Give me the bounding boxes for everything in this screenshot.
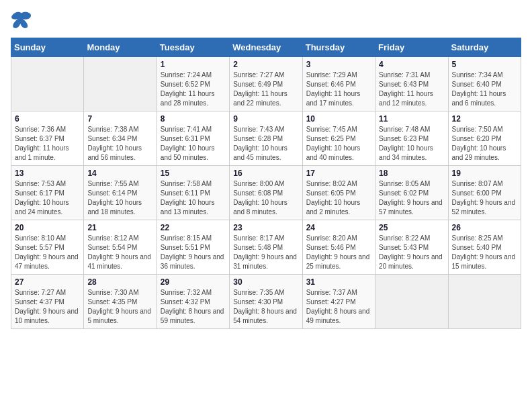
day-header-thursday: Thursday	[302, 38, 375, 57]
calendar-cell: 26Sunrise: 8:25 AM Sunset: 5:40 PM Dayli…	[448, 220, 521, 275]
calendar-cell: 29Sunrise: 7:32 AM Sunset: 4:32 PM Dayli…	[157, 275, 229, 329]
day-info: Sunrise: 7:53 AM Sunset: 6:17 PM Dayligh…	[15, 179, 80, 217]
calendar-cell: 8Sunrise: 7:41 AM Sunset: 6:31 PM Daylig…	[157, 111, 229, 166]
day-header-friday: Friday	[375, 38, 448, 57]
calendar-cell: 10Sunrise: 7:45 AM Sunset: 6:25 PM Dayli…	[302, 111, 375, 166]
day-info: Sunrise: 8:07 AM Sunset: 6:00 PM Dayligh…	[452, 179, 517, 217]
day-header-saturday: Saturday	[448, 38, 521, 57]
calendar-cell: 19Sunrise: 8:07 AM Sunset: 6:00 PM Dayli…	[448, 166, 521, 220]
day-info: Sunrise: 7:48 AM Sunset: 6:23 PM Dayligh…	[379, 125, 444, 163]
logo	[11, 11, 35, 30]
calendar-cell: 17Sunrise: 8:02 AM Sunset: 6:05 PM Dayli…	[302, 166, 375, 220]
day-info: Sunrise: 7:27 AM Sunset: 6:49 PM Dayligh…	[233, 71, 298, 108]
calendar-cell: 6Sunrise: 7:36 AM Sunset: 6:37 PM Daylig…	[11, 111, 84, 166]
day-number: 11	[379, 114, 444, 124]
calendar-cell: 13Sunrise: 7:53 AM Sunset: 6:17 PM Dayli…	[11, 166, 84, 220]
day-number: 31	[306, 277, 371, 287]
day-info: Sunrise: 7:29 AM Sunset: 6:46 PM Dayligh…	[306, 71, 371, 108]
calendar-cell	[375, 275, 448, 329]
day-info: Sunrise: 8:10 AM Sunset: 5:57 PM Dayligh…	[15, 234, 80, 271]
days-of-week-row: SundayMondayTuesdayWednesdayThursdayFrid…	[11, 38, 521, 57]
calendar-cell: 30Sunrise: 7:35 AM Sunset: 4:30 PM Dayli…	[230, 275, 302, 329]
day-header-tuesday: Tuesday	[157, 38, 229, 57]
calendar-cell: 4Sunrise: 7:31 AM Sunset: 6:43 PM Daylig…	[375, 57, 448, 111]
day-info: Sunrise: 7:43 AM Sunset: 6:28 PM Dayligh…	[233, 125, 298, 163]
day-info: Sunrise: 8:20 AM Sunset: 5:46 PM Dayligh…	[306, 234, 371, 271]
page-header	[11, 11, 521, 30]
week-row-3: 13Sunrise: 7:53 AM Sunset: 6:17 PM Dayli…	[11, 166, 521, 220]
day-number: 21	[87, 223, 152, 232]
day-number: 18	[379, 169, 444, 178]
day-info: Sunrise: 8:00 AM Sunset: 6:08 PM Dayligh…	[233, 179, 298, 217]
calendar-cell: 20Sunrise: 8:10 AM Sunset: 5:57 PM Dayli…	[11, 220, 84, 275]
calendar-body: 1Sunrise: 7:24 AM Sunset: 6:52 PM Daylig…	[11, 57, 521, 329]
day-info: Sunrise: 7:30 AM Sunset: 4:35 PM Dayligh…	[87, 288, 152, 326]
calendar-cell: 21Sunrise: 8:12 AM Sunset: 5:54 PM Dayli…	[84, 220, 157, 275]
day-number: 17	[306, 169, 371, 178]
day-number: 25	[379, 223, 444, 232]
day-header-wednesday: Wednesday	[230, 38, 302, 57]
day-number: 29	[161, 277, 226, 287]
day-info: Sunrise: 8:05 AM Sunset: 6:02 PM Dayligh…	[379, 179, 444, 217]
day-number: 20	[15, 223, 80, 232]
calendar-cell: 16Sunrise: 8:00 AM Sunset: 6:08 PM Dayli…	[230, 166, 302, 220]
day-info: Sunrise: 7:37 AM Sunset: 4:27 PM Dayligh…	[306, 288, 371, 326]
day-number: 22	[161, 223, 226, 232]
day-number: 26	[452, 223, 517, 232]
calendar-cell: 28Sunrise: 7:30 AM Sunset: 4:35 PM Dayli…	[84, 275, 157, 329]
day-info: Sunrise: 7:35 AM Sunset: 4:30 PM Dayligh…	[233, 288, 298, 326]
calendar-cell: 1Sunrise: 7:24 AM Sunset: 6:52 PM Daylig…	[157, 57, 229, 111]
day-number: 9	[233, 114, 298, 124]
week-row-4: 20Sunrise: 8:10 AM Sunset: 5:57 PM Dayli…	[11, 220, 521, 275]
calendar-cell: 12Sunrise: 7:50 AM Sunset: 6:20 PM Dayli…	[448, 111, 521, 166]
calendar-table: SundayMondayTuesdayWednesdayThursdayFrid…	[11, 38, 521, 329]
day-info: Sunrise: 7:34 AM Sunset: 6:40 PM Dayligh…	[452, 71, 517, 108]
day-number: 15	[161, 169, 226, 178]
calendar-cell: 9Sunrise: 7:43 AM Sunset: 6:28 PM Daylig…	[230, 111, 302, 166]
day-header-monday: Monday	[84, 38, 157, 57]
day-number: 13	[15, 169, 80, 178]
calendar-cell: 14Sunrise: 7:55 AM Sunset: 6:14 PM Dayli…	[84, 166, 157, 220]
day-info: Sunrise: 8:25 AM Sunset: 5:40 PM Dayligh…	[452, 234, 517, 271]
day-number: 6	[15, 114, 80, 124]
calendar-cell: 31Sunrise: 7:37 AM Sunset: 4:27 PM Dayli…	[302, 275, 375, 329]
day-info: Sunrise: 7:31 AM Sunset: 6:43 PM Dayligh…	[379, 71, 444, 108]
calendar-cell	[11, 57, 84, 111]
day-info: Sunrise: 7:27 AM Sunset: 4:37 PM Dayligh…	[15, 288, 80, 326]
day-number: 8	[161, 114, 226, 124]
day-info: Sunrise: 7:24 AM Sunset: 6:52 PM Dayligh…	[161, 71, 226, 108]
logo-bird-icon	[11, 11, 32, 30]
calendar-cell: 24Sunrise: 8:20 AM Sunset: 5:46 PM Dayli…	[302, 220, 375, 275]
week-row-1: 1Sunrise: 7:24 AM Sunset: 6:52 PM Daylig…	[11, 57, 521, 111]
calendar-cell	[84, 57, 157, 111]
calendar-header: SundayMondayTuesdayWednesdayThursdayFrid…	[11, 38, 521, 57]
day-info: Sunrise: 8:02 AM Sunset: 6:05 PM Dayligh…	[306, 179, 371, 217]
day-number: 2	[233, 60, 298, 69]
calendar-cell: 5Sunrise: 7:34 AM Sunset: 6:40 PM Daylig…	[448, 57, 521, 111]
calendar-cell: 11Sunrise: 7:48 AM Sunset: 6:23 PM Dayli…	[375, 111, 448, 166]
calendar-cell: 27Sunrise: 7:27 AM Sunset: 4:37 PM Dayli…	[11, 275, 84, 329]
day-number: 7	[87, 114, 152, 124]
calendar-cell: 3Sunrise: 7:29 AM Sunset: 6:46 PM Daylig…	[302, 57, 375, 111]
day-info: Sunrise: 7:32 AM Sunset: 4:32 PM Dayligh…	[161, 288, 226, 326]
calendar-cell: 25Sunrise: 8:22 AM Sunset: 5:43 PM Dayli…	[375, 220, 448, 275]
day-number: 12	[452, 114, 517, 124]
day-info: Sunrise: 7:41 AM Sunset: 6:31 PM Dayligh…	[161, 125, 226, 163]
day-info: Sunrise: 7:45 AM Sunset: 6:25 PM Dayligh…	[306, 125, 371, 163]
day-number: 1	[161, 60, 226, 69]
calendar-cell: 18Sunrise: 8:05 AM Sunset: 6:02 PM Dayli…	[375, 166, 448, 220]
day-header-sunday: Sunday	[11, 38, 84, 57]
week-row-2: 6Sunrise: 7:36 AM Sunset: 6:37 PM Daylig…	[11, 111, 521, 166]
calendar-cell: 2Sunrise: 7:27 AM Sunset: 6:49 PM Daylig…	[230, 57, 302, 111]
day-number: 4	[379, 60, 444, 69]
calendar-cell: 23Sunrise: 8:17 AM Sunset: 5:48 PM Dayli…	[230, 220, 302, 275]
calendar-cell: 15Sunrise: 7:58 AM Sunset: 6:11 PM Dayli…	[157, 166, 229, 220]
day-info: Sunrise: 8:22 AM Sunset: 5:43 PM Dayligh…	[379, 234, 444, 271]
day-info: Sunrise: 7:55 AM Sunset: 6:14 PM Dayligh…	[87, 179, 152, 217]
day-number: 5	[452, 60, 517, 69]
calendar-cell: 7Sunrise: 7:38 AM Sunset: 6:34 PM Daylig…	[84, 111, 157, 166]
week-row-5: 27Sunrise: 7:27 AM Sunset: 4:37 PM Dayli…	[11, 275, 521, 329]
day-info: Sunrise: 8:15 AM Sunset: 5:51 PM Dayligh…	[161, 234, 226, 271]
day-info: Sunrise: 8:12 AM Sunset: 5:54 PM Dayligh…	[87, 234, 152, 271]
day-number: 24	[306, 223, 371, 232]
